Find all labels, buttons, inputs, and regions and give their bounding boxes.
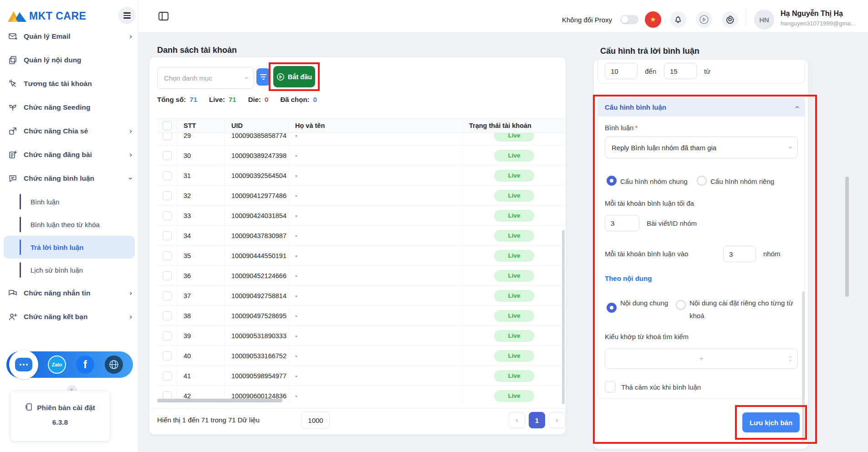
sidebar-item[interactable]: Tương tác tài khoản <box>0 72 138 96</box>
chevron-down-icon: › <box>786 146 795 149</box>
sidebar-submenu: Bình luận Bình luận theo từ khóa Trả lời… <box>0 190 138 281</box>
config-vertical-scrollbar[interactable] <box>802 291 805 442</box>
chevron-icon: › <box>129 32 132 41</box>
cell-name: - <box>289 146 463 165</box>
row-checkbox[interactable] <box>163 133 172 140</box>
sidebar-item[interactable]: Quản lý Email › <box>0 25 138 48</box>
stat-item: Live: 71 <box>209 96 236 103</box>
content-per-keyword-label[interactable]: Nội dung cài đặt riêng cho từng từ khoá <box>689 297 801 322</box>
status-badge: Live <box>494 310 534 322</box>
status-badge: Live <box>494 290 534 302</box>
status-badge: Live <box>494 150 534 162</box>
next-page-button[interactable]: › <box>549 412 565 428</box>
sidebar-subitem[interactable]: Lịch sử bình luận <box>4 259 135 281</box>
sidebar-item[interactable]: Chức năng đăng bài › <box>0 143 138 167</box>
start-button[interactable]: Bắt đầu <box>273 66 315 87</box>
config-panel-title: Cấu hình trả lời bình luận <box>600 46 700 56</box>
comment-type-select[interactable]: Reply Bình luận nhóm đã tham gia › <box>605 137 798 158</box>
sidebar-item-label: Chức năng Seeding <box>24 103 90 112</box>
group-separate-radio[interactable] <box>697 176 707 186</box>
sidebar-item[interactable]: Chức năng bình luận › <box>0 167 138 190</box>
content-per-keyword-radio[interactable] <box>676 300 686 310</box>
sidebar-subitem[interactable]: Bình luận <box>4 190 135 213</box>
column-header-uid[interactable]: UID <box>225 119 289 132</box>
table-vertical-scrollbar[interactable] <box>562 230 565 404</box>
content-common-label[interactable]: Nội dung chung <box>620 297 670 310</box>
sidebar-item[interactable]: Chức năng Seeding <box>0 96 138 119</box>
reaction-checkbox-label[interactable]: Thả cảm xúc khi bình luận <box>621 383 701 391</box>
window-scrollbar[interactable] <box>845 177 849 297</box>
sidebar-subitem[interactable]: Bình luận theo từ khóa <box>4 213 135 236</box>
support-chat-icon[interactable] <box>9 350 38 379</box>
row-checkbox[interactable] <box>163 171 172 180</box>
range-to-input[interactable] <box>664 63 697 79</box>
column-header-name[interactable]: Họ và tên <box>289 119 463 132</box>
stat-value: 0 <box>265 96 268 103</box>
category-select[interactable]: Chọn danh mục › <box>157 67 254 89</box>
cell-name: - <box>289 166 463 185</box>
save-script-button[interactable]: Lưu kịch bản <box>742 412 800 432</box>
vietnam-flag-icon[interactable]: ★ <box>645 11 661 28</box>
settings-gear-icon[interactable] <box>722 11 738 28</box>
comment-into-label: Mỗi tài khoản bình luận vào <box>605 250 688 258</box>
reaction-checkbox[interactable] <box>605 381 616 392</box>
row-checkbox[interactable] <box>163 231 172 240</box>
facebook-icon[interactable]: f <box>76 356 94 374</box>
sidebar-item[interactable]: Chức năng Chia sẻ › <box>0 119 138 143</box>
play-tutorial-icon[interactable] <box>696 11 712 28</box>
comment-into-input[interactable] <box>723 246 756 262</box>
sidebar-nav: Quản lý Email › Quản lý nội dung Tương t… <box>0 25 138 329</box>
avatar[interactable]: HN <box>754 10 774 30</box>
group-separate-label[interactable]: Cấu hình nhóm riêng <box>710 178 774 185</box>
current-page-button[interactable]: 1 <box>529 412 545 428</box>
user-email: hanguyen31071999@gma... <box>781 20 855 27</box>
content-common-radio[interactable] <box>607 303 617 313</box>
column-header-status[interactable]: Trạng thái tài khoản <box>463 119 566 132</box>
row-checkbox[interactable] <box>163 211 172 220</box>
sidebar-subitem[interactable]: Trả lời bình luận <box>4 236 135 259</box>
row-checkbox[interactable] <box>163 331 172 340</box>
cell-stt: 33 <box>177 206 225 225</box>
range-from-input[interactable] <box>605 63 638 79</box>
horizontal-scrollbar[interactable] <box>157 399 282 402</box>
keyword-match-select[interactable]: + ›› <box>605 349 798 369</box>
row-checkbox[interactable] <box>163 351 172 361</box>
comment-config-section-header[interactable]: Cấu hình bình luận › <box>597 97 805 117</box>
row-checkbox[interactable] <box>163 191 172 200</box>
chevron-icon: › <box>129 289 132 298</box>
prev-page-button[interactable]: ‹ <box>509 412 525 428</box>
stat-label: Live: <box>209 96 225 103</box>
row-checkbox[interactable] <box>163 251 172 260</box>
submenu-rail <box>20 262 21 278</box>
cell-uid: 100090392564504 <box>225 166 289 185</box>
group-common-label[interactable]: Cấu hình nhóm chung <box>620 178 688 185</box>
max-comment-input[interactable] <box>605 215 639 231</box>
cell-stt: 32 <box>177 186 225 205</box>
filter-button[interactable] <box>256 68 270 86</box>
row-checkbox[interactable] <box>163 371 172 381</box>
sidebar-item[interactable]: Quản lý nội dung <box>0 48 138 72</box>
stat-item: Die: 0 <box>248 96 269 103</box>
globe-icon[interactable] <box>105 356 123 374</box>
row-checkbox[interactable] <box>163 291 172 300</box>
hamburger-menu-icon[interactable] <box>118 7 136 24</box>
row-checkbox[interactable] <box>163 271 172 280</box>
proxy-toggle[interactable] <box>620 15 638 24</box>
cell-name: - <box>289 266 463 285</box>
by-content-link[interactable]: Theo nội dung <box>605 274 652 282</box>
sidebar-item[interactable]: Chức năng kết bạn › <box>0 305 138 329</box>
cell-name: - <box>289 386 463 404</box>
group-common-radio[interactable] <box>607 176 617 186</box>
page-size-input[interactable] <box>301 411 330 429</box>
layout-panel-icon[interactable] <box>158 12 168 22</box>
table-row: 41 100090598954977 - Live <box>157 366 566 386</box>
select-all-checkbox[interactable] <box>163 121 172 130</box>
sidebar-item-label: Chức năng kết bạn <box>24 313 87 321</box>
zalo-icon[interactable]: Zalo <box>48 356 66 374</box>
row-checkbox[interactable] <box>163 151 172 160</box>
row-checkbox[interactable] <box>163 311 172 320</box>
sidebar-item[interactable]: Chức năng nhắn tin › <box>0 281 138 305</box>
sort-arrows-icon: ›› <box>789 356 791 362</box>
column-header-stt[interactable]: STT <box>177 119 225 132</box>
notification-bell-icon[interactable] <box>670 11 686 28</box>
